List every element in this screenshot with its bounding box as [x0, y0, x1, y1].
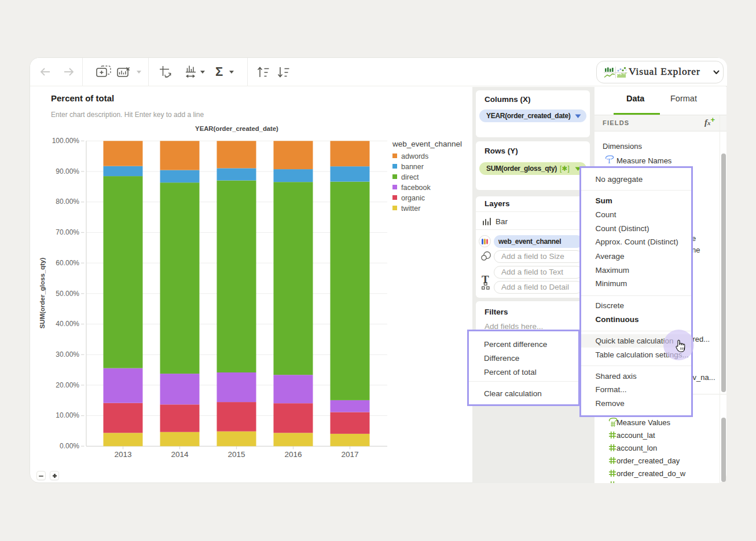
- svg-text:40.00%: 40.00%: [56, 320, 79, 328]
- svg-text:organic: organic: [401, 194, 425, 202]
- svg-text:twitter: twitter: [401, 204, 420, 213]
- svg-text:50.00%: 50.00%: [56, 290, 79, 298]
- svg-text:web_event_channel: web_event_channel: [392, 140, 462, 148]
- svg-text:80.00%: 80.00%: [56, 198, 79, 206]
- svg-text:70.00%: 70.00%: [56, 228, 79, 236]
- svg-text:2013: 2013: [114, 450, 131, 459]
- svg-text:100.00%: 100.00%: [52, 137, 80, 145]
- svg-text:direct: direct: [401, 173, 419, 181]
- svg-text:2016: 2016: [284, 450, 302, 459]
- svg-text:2015: 2015: [227, 450, 245, 459]
- svg-text:banner: banner: [401, 163, 424, 171]
- svg-text:facebook: facebook: [401, 184, 431, 192]
- svg-text:T: T: [607, 156, 612, 165]
- svg-text:0.00%: 0.00%: [60, 442, 79, 450]
- svg-text:YEAR(order_created_date): YEAR(order_created_date): [195, 125, 278, 132]
- svg-text:30.00%: 30.00%: [56, 350, 79, 359]
- svg-text:20.00%: 20.00%: [56, 381, 79, 389]
- svg-text:2014: 2014: [171, 450, 189, 459]
- svg-text:adwords: adwords: [401, 152, 428, 160]
- svg-text:SUM(order_gloss_qty): SUM(order_gloss_qty): [39, 257, 46, 328]
- svg-text:2017: 2017: [341, 450, 358, 459]
- svg-text:90.00%: 90.00%: [56, 167, 79, 176]
- svg-text:60.00%: 60.00%: [56, 259, 79, 267]
- svg-text:10.00%: 10.00%: [56, 411, 79, 419]
